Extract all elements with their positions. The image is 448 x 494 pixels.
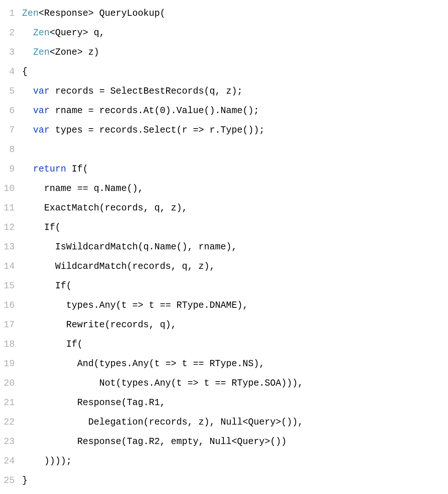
code-line: var types = records.Select(r => r.Type()…	[22, 120, 448, 140]
token-plain	[22, 125, 33, 136]
token-plain: }	[22, 475, 28, 486]
token-plain: Response(Tag.R2, empty, Null<Query>())	[22, 436, 287, 447]
token-plain: IsWildcardMatch(q.Name(), rname),	[22, 242, 237, 252]
token-plain: <Query> q,	[50, 28, 105, 38]
token-plain	[22, 86, 33, 97]
token-plain: If(	[22, 222, 61, 233]
token-plain	[22, 105, 33, 116]
code-line: Response(Tag.R2, empty, Null<Query>())	[22, 432, 448, 451]
token-plain: And(types.Any(t => t == RType.NS),	[22, 358, 265, 369]
token-plain: If(	[22, 281, 72, 291]
code-line: And(types.Any(t => t == RType.NS),	[22, 354, 448, 374]
token-plain: WildcardMatch(records, q, z),	[22, 261, 215, 272]
code-line: var rname = records.At(0).Value().Name()…	[22, 101, 448, 120]
token-plain	[22, 28, 33, 38]
code-line: ExactMatch(records, q, z),	[22, 198, 448, 218]
token-plain: Delegation(records, z), Null<Query>()),	[22, 417, 303, 428]
line-number: 8	[0, 140, 22, 159]
code-line: }	[22, 471, 448, 490]
line-number: 1	[0, 4, 22, 23]
line-number: 3	[0, 43, 22, 62]
line-number: 5	[0, 82, 22, 101]
token-kw: return	[33, 164, 66, 174]
code-line: return If(	[22, 159, 448, 179]
code-line: Zen<Response> QueryLookup(	[22, 4, 448, 23]
token-plain	[22, 47, 33, 58]
line-number: 16	[0, 296, 22, 315]
code-line: Delegation(records, z), Null<Query>()),	[22, 412, 448, 432]
line-number: 19	[0, 354, 22, 374]
token-type-zen: Zen	[22, 8, 39, 19]
code-line: Zen<Query> q,	[22, 23, 448, 43]
code-line: IsWildcardMatch(q.Name(), rname),	[22, 237, 448, 257]
line-number-gutter: 1234567891011121314151617181920212223242…	[0, 4, 22, 490]
line-number: 18	[0, 335, 22, 354]
token-kw: var	[33, 86, 50, 97]
code-line: types.Any(t => t == RType.DNAME),	[22, 296, 448, 315]
token-plain: Response(Tag.R1,	[22, 397, 165, 408]
line-number: 11	[0, 198, 22, 218]
token-type-zen: Zen	[33, 28, 50, 38]
token-kw: var	[33, 105, 50, 116]
line-number: 20	[0, 374, 22, 393]
code-line: rname == q.Name(),	[22, 179, 448, 198]
code-line: If(	[22, 218, 448, 237]
code-line: Not(types.Any(t => t == RType.SOA))),	[22, 374, 448, 393]
token-plain: <Response> QueryLookup(	[39, 8, 165, 19]
token-plain: ExactMatch(records, q, z),	[22, 203, 187, 213]
token-plain: records = SelectBestRecords(q, z);	[50, 86, 243, 97]
line-number: 10	[0, 179, 22, 198]
token-plain: rname == q.Name(),	[22, 183, 143, 194]
line-number: 13	[0, 237, 22, 257]
line-number: 17	[0, 315, 22, 335]
token-plain: Rewrite(records, q),	[22, 320, 176, 330]
token-plain: {	[22, 66, 28, 77]
line-number: 7	[0, 120, 22, 140]
code-line: If(	[22, 276, 448, 296]
line-number: 25	[0, 471, 22, 490]
token-plain: types = records.Select(r => r.Type());	[50, 125, 265, 136]
code-line: ))));	[22, 451, 448, 471]
token-plain: If(	[66, 164, 88, 174]
code-line: var records = SelectBestRecords(q, z);	[22, 82, 448, 101]
line-number: 4	[0, 62, 22, 82]
token-kw: var	[33, 125, 50, 136]
token-plain: ))));	[22, 456, 72, 466]
code-line: WildcardMatch(records, q, z),	[22, 257, 448, 276]
code-line	[22, 140, 448, 159]
line-number: 24	[0, 451, 22, 471]
line-number: 9	[0, 159, 22, 179]
token-plain: <Zone> z)	[50, 47, 99, 58]
token-plain: rname = records.At(0).Value().Name();	[50, 105, 259, 116]
token-plain: types.Any(t => t == RType.DNAME),	[22, 300, 248, 311]
code-line: {	[22, 62, 448, 82]
token-plain: Not(types.Any(t => t == RType.SOA))),	[22, 378, 303, 389]
line-number: 6	[0, 101, 22, 120]
line-number: 14	[0, 257, 22, 276]
code-line: Zen<Zone> z)	[22, 43, 448, 62]
line-number: 21	[0, 393, 22, 412]
line-number: 22	[0, 412, 22, 432]
token-type-zen: Zen	[33, 47, 50, 58]
token-plain: If(	[22, 339, 83, 350]
code-block: 1234567891011121314151617181920212223242…	[0, 0, 448, 494]
code-line: If(	[22, 335, 448, 354]
token-plain	[22, 164, 33, 174]
code-line: Rewrite(records, q),	[22, 315, 448, 335]
line-number: 23	[0, 432, 22, 451]
line-number: 12	[0, 218, 22, 237]
code-body: Zen<Response> QueryLookup( Zen<Query> q,…	[22, 4, 448, 490]
code-line: Response(Tag.R1,	[22, 393, 448, 412]
line-number: 15	[0, 276, 22, 296]
line-number: 2	[0, 23, 22, 43]
